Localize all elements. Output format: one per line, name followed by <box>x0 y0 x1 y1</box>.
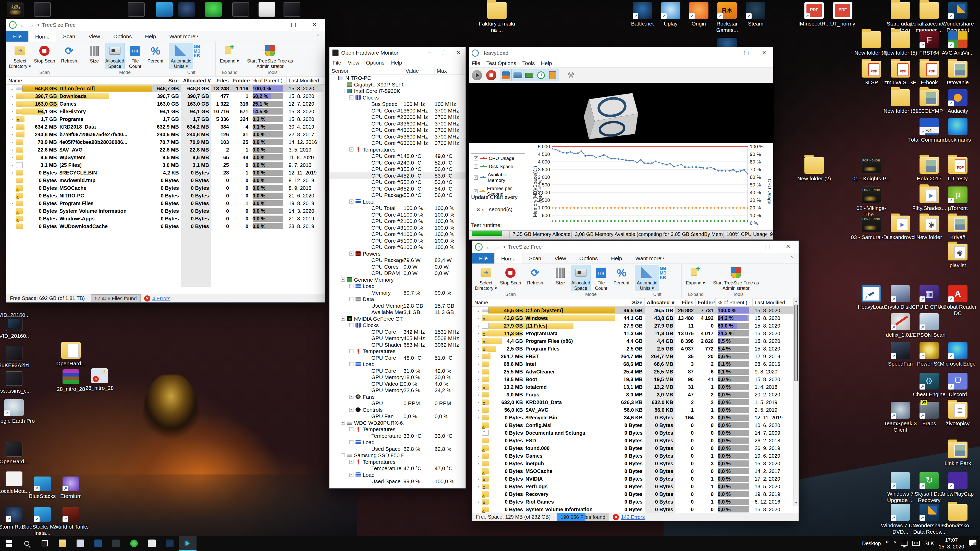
maximize-button[interactable]: ▢ <box>757 241 778 253</box>
menu-tools[interactable]: Tools <box>522 60 535 66</box>
sensor-row[interactable]: −GPU Core 48,0 °C 51,0 °C <box>329 354 466 361</box>
maximize-button[interactable]: ▢ <box>737 47 755 59</box>
expander-icon[interactable]: › <box>474 375 482 383</box>
clock[interactable]: 17:07 15. 8. 2020 <box>939 537 964 550</box>
tab-scan[interactable]: Scan <box>522 253 548 264</box>
sensor-row[interactable]: −CPU Core #1 100,0 % 100,0 % <box>329 211 466 218</box>
table-row[interactable]: › 25,5 MB AdwCleaner 25,4 MB 25,5 MB 87 … <box>473 368 799 375</box>
table-row[interactable]: › 390,7 GB Downloads 390,7 GB 390,7 GB 4… <box>6 92 325 100</box>
treesize1-column-headers[interactable]: Name Size Allocated ∨ Files Folders % of… <box>6 76 325 85</box>
sensor-row[interactable]: −Controls <box>329 407 466 413</box>
sensor-row[interactable]: −CPU Core #3 55,0 °C 56,0 °C <box>329 166 466 172</box>
menu-help[interactable]: Help <box>391 60 402 66</box>
tree-expander-icon[interactable]: − <box>349 95 353 100</box>
sensor-row[interactable]: −Intel Core i7-5930K <box>329 88 466 94</box>
table-row[interactable]: › 632,0 KB KRD2018_Data 626,3 KB 632,0 K… <box>473 399 799 406</box>
ribbon-collapse-icon[interactable]: ⌃ <box>311 31 325 41</box>
sensor-row[interactable]: −Used Memory 12,8 GB 15,7 GB <box>329 303 466 309</box>
expander-icon[interactable] <box>8 215 16 222</box>
table-row[interactable]: 0 Bytes msdownld.tmp 0 Bytes 0 Bytes 0 0… <box>6 176 325 184</box>
desktop-icon[interactable]: OpenHard... <box>49 342 93 367</box>
errors-link[interactable]: 142 Errors <box>621 513 645 521</box>
table-row[interactable]: › 0 Bytes $RECYCLE.BIN 4,2 KB 0 Bytes 28… <box>6 169 325 176</box>
expander-icon[interactable] <box>474 490 482 498</box>
minimize-button[interactable]: – <box>719 47 737 59</box>
sensor-row[interactable]: −Temperatures <box>329 426 466 433</box>
sensor-row[interactable]: −Clocks <box>329 94 466 101</box>
sensor-row[interactable]: −CPU Core #2 100,0 % 100,0 % <box>329 218 466 224</box>
tab-home[interactable]: Home <box>28 31 56 41</box>
table-row[interactable]: › 0 Bytes $Recycle.Bin 34,6 KB 0 Bytes 1… <box>473 414 799 421</box>
desktop-icon[interactable]: tetovanie <box>936 61 980 86</box>
sensor-row[interactable]: −GPU Memory 22,6 % 24,2 % <box>329 387 466 394</box>
tree-expander-icon[interactable]: − <box>341 421 345 425</box>
expander-icon[interactable] <box>8 184 16 192</box>
sensor-row[interactable]: −CPU Cores 0,0 W 0,0 W <box>329 264 466 270</box>
file-count-button[interactable]: File Count <box>125 43 145 69</box>
expander-icon[interactable]: › <box>8 100 16 108</box>
table-row[interactable]: › 0 Bytes inetpub 0 Bytes 0 Bytes 0 3 0,… <box>473 460 799 467</box>
select-directory-button[interactable]: Select Directory ▾ <box>8 43 32 69</box>
table-row[interactable]: › 9,6 MB WpSystem 9,5 MB 9,6 MB 65 48 0,… <box>6 154 325 161</box>
desktop-toolbar-label[interactable]: Desktop <box>862 540 881 546</box>
sensor-row[interactable]: −CPU Core #4 100,0 % 100,0 % <box>329 231 466 238</box>
select-directory-button[interactable]: Select Directory ▾ <box>474 265 498 291</box>
expander-icon[interactable]: › <box>474 383 482 391</box>
desktop-icon[interactable]: assassins_c... <box>0 371 36 394</box>
expander-icon[interactable]: › <box>474 483 482 490</box>
sensor-row[interactable]: −CPU DRAM 0,0 W 0,0 W <box>329 270 466 276</box>
table-row[interactable]: › 19,5 MB Boot 19,3 MB 19,5 MB 90 41 0,0… <box>473 375 799 383</box>
size-button[interactable]: Size <box>84 43 104 64</box>
pinned-app-3[interactable] <box>107 536 125 551</box>
desktop-icon[interactable]: 28_nitro_28 <box>78 368 121 391</box>
table-row[interactable]: › 0 Bytes Program Files 0 Bytes 0 Bytes … <box>6 200 325 207</box>
sensor-row[interactable]: −Gigabyte X99P-SLI-CF <box>329 81 466 88</box>
tree-expander-icon[interactable]: − <box>341 278 345 282</box>
table-row[interactable]: › 3,1 MB [25 Files] 3,0 MB 3,1 MB 25 0 0… <box>6 161 325 169</box>
sensor-row[interactable]: −Used Space 62,8 % 62,8 % <box>329 446 466 452</box>
table-row[interactable]: 0 Bytes MSOCache 0 Bytes 0 Bytes 0 0 0,0… <box>6 184 325 192</box>
desktop-icon[interactable]: Kriváň <box>936 216 980 240</box>
tree-expander-icon[interactable]: − <box>349 148 353 151</box>
tree-expander-icon[interactable]: − <box>349 440 353 445</box>
legend-checkbox[interactable]: ✓ <box>474 156 478 160</box>
percent-button[interactable]: %Percent <box>611 265 632 286</box>
expander-icon[interactable]: › <box>474 498 482 506</box>
hidden-icons-chevron[interactable]: ^ <box>894 540 896 547</box>
expander-icon[interactable]: › <box>474 353 482 360</box>
table-row[interactable]: 0 Bytes Config.Msi 0 Bytes 0 Bytes 0 0 0… <box>473 421 799 429</box>
language-indicator[interactable]: SLK <box>924 540 934 546</box>
sensor-row[interactable]: −Clocks <box>329 322 466 329</box>
qat-dropdown-icon[interactable]: ▾ <box>504 245 506 249</box>
expand-button[interactable]: Expand ▾ <box>683 265 708 286</box>
refresh-button[interactable]: ⟳Refresh <box>523 265 547 286</box>
pinned-app-2[interactable] <box>89 536 107 551</box>
unit-mb-button[interactable]: MB <box>660 271 667 275</box>
desktop-icon[interactable]: 8uKE93A2lzI <box>0 346 36 368</box>
treesize2-titlebar[interactable]: ← → ▾ TreeSize Free – ▢ ✕ <box>473 241 799 253</box>
expander-icon[interactable] <box>8 207 16 215</box>
sensor-row[interactable]: −GPU Memory Co... 18,0 % 30,0 % <box>329 374 466 381</box>
tab-scan[interactable]: Scan <box>56 31 82 41</box>
expander-icon[interactable]: › <box>8 200 16 207</box>
ohm-titlebar[interactable]: Open Hardware Monitor – ▢ ✕ <box>329 47 466 59</box>
sensor-row[interactable]: −Load <box>329 361 466 368</box>
sensor-row[interactable]: −Load <box>329 439 466 446</box>
table-row[interactable]: › 240,8 MB b7a9f067286a675de27f540... 24… <box>6 130 325 138</box>
legend-item[interactable]: ✓ CPU Usage <box>474 156 522 161</box>
tree-expander-icon[interactable]: − <box>349 284 353 288</box>
sensor-row[interactable]: −CPU Core #6 3600 MHz 3700 MHz <box>329 140 466 146</box>
search-button[interactable] <box>18 536 36 551</box>
table-row[interactable]: › 68,6 MB Intel 68,6 MB 68,6 MB 3 2 0,1 … <box>473 360 799 368</box>
sensor-row[interactable]: −Fans <box>329 394 466 400</box>
tree-expander-icon[interactable]: − <box>349 473 353 477</box>
expander-icon[interactable] <box>8 192 16 200</box>
stress-disk-button[interactable] <box>512 69 523 81</box>
desktop-icon[interactable]: Steam <box>734 2 777 27</box>
expander-icon[interactable]: › <box>8 154 16 161</box>
automatic-units-button[interactable]: Automatic Units ▾ <box>169 43 193 69</box>
heavyload-titlebar[interactable]: HeavyLoad – ▢ ✕ <box>469 47 773 59</box>
tab-file[interactable]: File <box>473 253 494 264</box>
table-row[interactable]: › 1,7 GB Programs 1,7 GB 1,7 GB 5 336 32… <box>6 115 325 123</box>
table-row[interactable]: 0 Bytes WUDownloadCache 0 Bytes 0 Bytes … <box>6 222 325 230</box>
